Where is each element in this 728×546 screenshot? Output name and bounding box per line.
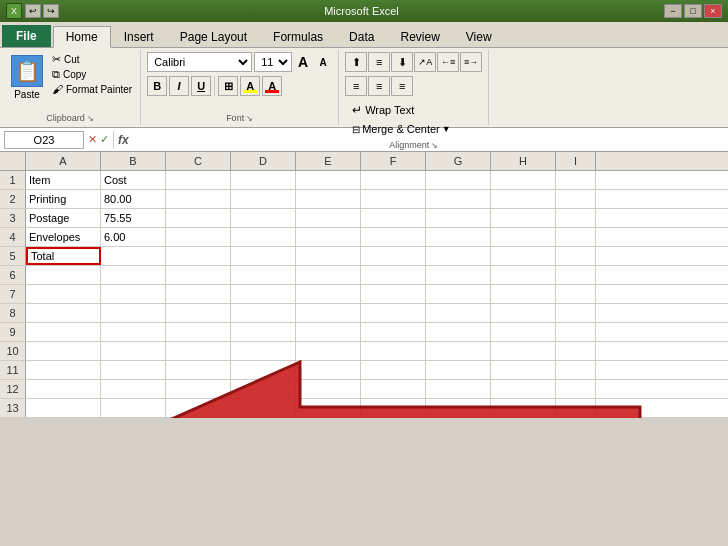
merge-dropdown-icon[interactable]: ▼: [442, 124, 451, 134]
align-top-button[interactable]: ⬆: [345, 52, 367, 72]
tab-data[interactable]: Data: [336, 25, 387, 47]
cell-a5-total[interactable]: Total: [26, 247, 101, 265]
cell-h4[interactable]: [491, 228, 556, 246]
italic-button[interactable]: I: [169, 76, 189, 96]
cell-i12[interactable]: [556, 380, 596, 398]
cell-f8[interactable]: [361, 304, 426, 322]
cell-e13[interactable]: [296, 399, 361, 417]
cell-g3[interactable]: [426, 209, 491, 227]
cell-e3[interactable]: [296, 209, 361, 227]
cell-d9[interactable]: [231, 323, 296, 341]
font-grow-button[interactable]: A: [294, 52, 312, 72]
tab-review[interactable]: Review: [387, 25, 452, 47]
cell-e10[interactable]: [296, 342, 361, 360]
cell-i6[interactable]: [556, 266, 596, 284]
minimize-btn[interactable]: −: [664, 4, 682, 18]
col-header-c[interactable]: C: [166, 152, 231, 170]
cell-c7[interactable]: [166, 285, 231, 303]
indent-decrease-button[interactable]: ←≡: [437, 52, 459, 72]
cell-f11[interactable]: [361, 361, 426, 379]
cell-i3[interactable]: [556, 209, 596, 227]
cell-a2[interactable]: Printing: [26, 190, 101, 208]
cell-a11[interactable]: [26, 361, 101, 379]
cell-c1[interactable]: [166, 171, 231, 189]
cell-b13[interactable]: [101, 399, 166, 417]
cell-h7[interactable]: [491, 285, 556, 303]
cell-b3[interactable]: 75.55: [101, 209, 166, 227]
col-header-d[interactable]: D: [231, 152, 296, 170]
cell-c8[interactable]: [166, 304, 231, 322]
cell-f9[interactable]: [361, 323, 426, 341]
alignment-expand-icon[interactable]: ↘: [431, 141, 438, 150]
cut-button[interactable]: ✂ Cut: [50, 52, 134, 67]
cell-f7[interactable]: [361, 285, 426, 303]
cell-d7[interactable]: [231, 285, 296, 303]
tab-view[interactable]: View: [453, 25, 505, 47]
cell-b10[interactable]: [101, 342, 166, 360]
align-center-button[interactable]: ≡: [368, 76, 390, 96]
cell-e5[interactable]: [296, 247, 361, 265]
text-rotate-button[interactable]: ↗A: [414, 52, 436, 72]
cell-h8[interactable]: [491, 304, 556, 322]
font-shrink-button[interactable]: A: [314, 52, 332, 72]
cell-i1[interactable]: [556, 171, 596, 189]
cell-f6[interactable]: [361, 266, 426, 284]
cell-i10[interactable]: [556, 342, 596, 360]
cell-h10[interactable]: [491, 342, 556, 360]
col-header-h[interactable]: H: [491, 152, 556, 170]
cell-b4[interactable]: 6.00: [101, 228, 166, 246]
cell-f13[interactable]: [361, 399, 426, 417]
cell-c9[interactable]: [166, 323, 231, 341]
align-left-button[interactable]: ≡: [345, 76, 367, 96]
cell-b8[interactable]: [101, 304, 166, 322]
font-color-button[interactable]: A: [262, 76, 282, 96]
cell-h13[interactable]: [491, 399, 556, 417]
cell-g10[interactable]: [426, 342, 491, 360]
cell-g7[interactable]: [426, 285, 491, 303]
cell-f3[interactable]: [361, 209, 426, 227]
cell-d10[interactable]: [231, 342, 296, 360]
cell-e8[interactable]: [296, 304, 361, 322]
cell-c11[interactable]: [166, 361, 231, 379]
cell-i13[interactable]: [556, 399, 596, 417]
cell-c6[interactable]: [166, 266, 231, 284]
cell-f4[interactable]: [361, 228, 426, 246]
cell-g9[interactable]: [426, 323, 491, 341]
cell-c2[interactable]: [166, 190, 231, 208]
cell-d8[interactable]: [231, 304, 296, 322]
cell-b11[interactable]: [101, 361, 166, 379]
col-header-g[interactable]: G: [426, 152, 491, 170]
col-header-a[interactable]: A: [26, 152, 101, 170]
cell-e6[interactable]: [296, 266, 361, 284]
cell-e7[interactable]: [296, 285, 361, 303]
cell-h1[interactable]: [491, 171, 556, 189]
align-bottom-button[interactable]: ⬇: [391, 52, 413, 72]
cell-i8[interactable]: [556, 304, 596, 322]
cell-a1[interactable]: Item: [26, 171, 101, 189]
cell-g2[interactable]: [426, 190, 491, 208]
cell-i11[interactable]: [556, 361, 596, 379]
tab-insert[interactable]: Insert: [111, 25, 167, 47]
cell-a10[interactable]: [26, 342, 101, 360]
cell-g1[interactable]: [426, 171, 491, 189]
cell-g12[interactable]: [426, 380, 491, 398]
cell-a12[interactable]: [26, 380, 101, 398]
copy-button[interactable]: ⧉ Copy: [50, 67, 134, 82]
cell-h2[interactable]: [491, 190, 556, 208]
cell-h6[interactable]: [491, 266, 556, 284]
cancel-formula-button[interactable]: ✕: [88, 133, 97, 146]
border-button[interactable]: ⊞: [218, 76, 238, 96]
cell-d5[interactable]: [231, 247, 296, 265]
align-right-button[interactable]: ≡: [391, 76, 413, 96]
cell-reference-input[interactable]: O23: [4, 131, 84, 149]
cell-d11[interactable]: [231, 361, 296, 379]
confirm-formula-button[interactable]: ✓: [100, 133, 109, 146]
cell-c13[interactable]: [166, 399, 231, 417]
cell-f10[interactable]: [361, 342, 426, 360]
maximize-btn[interactable]: □: [684, 4, 702, 18]
cell-d2[interactable]: [231, 190, 296, 208]
paste-button[interactable]: 📋 Paste: [6, 52, 48, 103]
font-name-select[interactable]: Calibri: [147, 52, 252, 72]
redo-btn[interactable]: ↪: [43, 4, 59, 18]
cell-c3[interactable]: [166, 209, 231, 227]
